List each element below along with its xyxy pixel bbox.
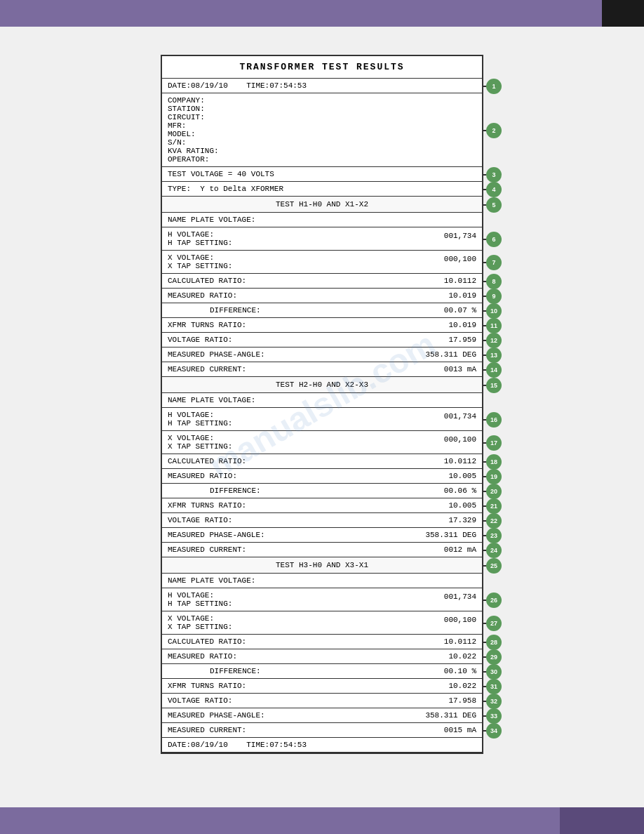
row-meas-curr-2: MEASURED CURRENT: 0012 mA [162, 543, 482, 557]
operator-line: OPERATOR: [168, 155, 476, 164]
row-29-wrapper: MEASURED RATIO: 10.022 29 [162, 649, 482, 664]
h-voltage-3-labels: H VOLTAGE: H TAP SETTING: [168, 591, 420, 608]
h-voltage-1-content: H VOLTAGE: H TAP SETTING: 001,734 [168, 230, 476, 247]
num-circle-8: 8 [486, 274, 502, 289]
row-h-voltage-1: H VOLTAGE: H TAP SETTING: 001,734 [162, 227, 482, 251]
diff-3-label: DIFFERENCE: [168, 667, 420, 675]
h-voltage-1-value: 001,734 [420, 232, 476, 240]
h-voltage-1-line1: H VOLTAGE: [168, 230, 420, 239]
row-company-info: COMPANY: STATION: CIRCUIT: MFR: MODEL: S… [162, 93, 482, 167]
num-circle-17: 17 [486, 435, 502, 451]
meas-ratio-1-value: 10.019 [420, 291, 476, 300]
row-phase-angle-1: MEASURED PHASE-ANGLE: 358.311 DEG [162, 348, 482, 362]
section-header-1: TEST H1-H0 AND X1-X2 [162, 197, 482, 213]
num-circle-21: 21 [486, 498, 502, 514]
row-x-voltage-1: X VOLTAGE: X TAP SETTING: 000,100 [162, 251, 482, 274]
bottom-bar-accent [560, 807, 644, 834]
row-4-wrapper: TYPE: Y to Delta XFORMER 4 [162, 182, 482, 197]
xfmr-turns-2-value: 10.005 [420, 501, 476, 510]
volt-ratio-1-value: 17.959 [420, 336, 476, 344]
num-circle-34: 34 [486, 723, 502, 739]
x-voltage-1-value: 000,100 [420, 255, 476, 263]
row-34-wrapper: MEASURED CURRENT: 0015 mA 34 [162, 723, 482, 738]
row-26-wrapper: H VOLTAGE: H TAP SETTING: 001,734 26 [162, 588, 482, 611]
meas-ratio-3-label: MEASURED RATIO: [168, 652, 420, 661]
main-content: manualslib.com TRANSFORMER TEST RESULTS … [0, 27, 644, 796]
calc-ratio-2-value: 10.0112 [420, 457, 476, 465]
x-voltage-3-line1: X VOLTAGE: [168, 614, 420, 623]
num-circle-25: 25 [486, 558, 502, 574]
section-2-text: TEST H2-H0 AND X2-X3 [276, 380, 368, 389]
num-circle-29: 29 [486, 649, 502, 665]
h-voltage-3-line2: H TAP SETTING: [168, 600, 420, 608]
num-circle-14: 14 [486, 362, 502, 378]
num-circle-31: 31 [486, 679, 502, 694]
row-27-wrapper: X VOLTAGE: X TAP SETTING: 000,100 27 [162, 611, 482, 635]
name-plate-2-text: NAME PLATE VOLTAGE: [168, 396, 255, 404]
x-voltage-3-value: 000,100 [420, 616, 476, 624]
row-32-wrapper: VOLTAGE RATIO: 17.958 32 [162, 694, 482, 708]
num-circle-23: 23 [486, 528, 502, 543]
section-1-text: TEST H1-H0 AND X1-X2 [276, 200, 368, 208]
row-8-wrapper: CALCULATED RATIO: 10.0112 8 [162, 274, 482, 289]
num-circle-11: 11 [486, 318, 502, 333]
x-voltage-3-labels: X VOLTAGE: X TAP SETTING: [168, 614, 420, 631]
row-33-wrapper: MEASURED PHASE-ANGLE: 358.311 DEG 33 [162, 708, 482, 723]
x-voltage-2-line2: X TAP SETTING: [168, 442, 420, 451]
num-circle-18: 18 [486, 454, 502, 470]
num-circle-12: 12 [486, 333, 502, 348]
row-diff-3: DIFFERENCE: 00.10 % [162, 664, 482, 679]
diff-3-value: 00.10 % [420, 667, 476, 675]
h-voltage-1-line2: H TAP SETTING: [168, 239, 420, 247]
row-1-wrapper: DATE:08/19/10 TIME:07:54:53 1 [162, 79, 482, 93]
calc-ratio-2-label: CALCULATED RATIO: [168, 457, 420, 465]
num-circle-15: 15 [486, 378, 502, 393]
h-voltage-3-content: H VOLTAGE: H TAP SETTING: 001,734 [168, 591, 476, 608]
footer-date-time: DATE:08/19/10 TIME:07:54:53 [162, 738, 482, 753]
num-circle-22: 22 [486, 513, 502, 529]
row-18-wrapper: CALCULATED RATIO: 10.0112 18 [162, 454, 482, 469]
row-meas-ratio-1: MEASURED RATIO: 10.019 [162, 289, 482, 303]
phase-angle-1-label: MEASURED PHASE-ANGLE: [168, 350, 406, 359]
x-voltage-1-line2: X TAP SETTING: [168, 262, 420, 270]
meas-curr-1-label: MEASURED CURRENT: [168, 365, 420, 373]
x-voltage-2-content: X VOLTAGE: X TAP SETTING: 000,100 [168, 434, 476, 451]
sn-line: S/N: [168, 138, 476, 147]
name-plate-3: NAME PLATE VOLTAGE: [162, 574, 482, 588]
diff-2-label: DIFFERENCE: [168, 486, 420, 495]
calc-ratio-1-label: CALCULATED RATIO: [168, 277, 420, 285]
row-diff-2: DIFFERENCE: 00.06 % [162, 484, 482, 498]
meas-ratio-3-value: 10.022 [420, 652, 476, 661]
calc-ratio-3-value: 10.0112 [420, 637, 476, 646]
kva-line: KVA RATING: [168, 147, 476, 155]
row-17-wrapper: X VOLTAGE: X TAP SETTING: 000,100 17 [162, 431, 482, 454]
h-voltage-1-labels: H VOLTAGE: H TAP SETTING: [168, 230, 420, 247]
meas-curr-2-value: 0012 mA [420, 545, 476, 554]
meas-ratio-2-value: 10.005 [420, 472, 476, 480]
meas-ratio-1-label: MEASURED RATIO: [168, 291, 420, 300]
calc-ratio-3-label: CALCULATED RATIO: [168, 637, 420, 646]
row-calc-ratio-1: CALCULATED RATIO: 10.0112 [162, 274, 482, 289]
model-line: MODEL: [168, 130, 476, 138]
type-text: TYPE: Y to Delta XFORMER [168, 185, 283, 193]
x-voltage-3-content: X VOLTAGE: X TAP SETTING: 000,100 [168, 614, 476, 631]
row-meas-curr-1: MEASURED CURRENT: 0013 mA [162, 362, 482, 377]
xfmr-turns-3-label: XFMR TURNS RATIO: [168, 682, 420, 690]
row-19-wrapper: MEASURED RATIO: 10.005 19 [162, 469, 482, 484]
num-circle-7: 7 [486, 255, 502, 270]
num-circle-26: 26 [486, 593, 502, 608]
row-meas-ratio-2: MEASURED RATIO: 10.005 [162, 469, 482, 484]
row-meas-ratio-3: MEASURED RATIO: 10.022 [162, 649, 482, 664]
row-test-voltage: TEST VOLTAGE = 40 VOLTS [162, 167, 482, 182]
h-voltage-2-line2: H TAP SETTING: [168, 419, 420, 428]
num-circle-13: 13 [486, 348, 502, 363]
xfmr-turns-1-value: 10.019 [420, 321, 476, 329]
num-circle-16: 16 [486, 412, 502, 428]
num-circle-20: 20 [486, 484, 502, 499]
row-24-wrapper: MEASURED CURRENT: 0012 mA 24 [162, 543, 482, 557]
row-15-wrapper: TEST H2-H0 AND X2-X3 15 [162, 377, 482, 393]
row-7-wrapper: X VOLTAGE: X TAP SETTING: 000,100 7 [162, 251, 482, 274]
x-voltage-1-labels: X VOLTAGE: X TAP SETTING: [168, 253, 420, 270]
num-circle-3: 3 [486, 167, 502, 183]
num-circle-4: 4 [486, 182, 502, 197]
